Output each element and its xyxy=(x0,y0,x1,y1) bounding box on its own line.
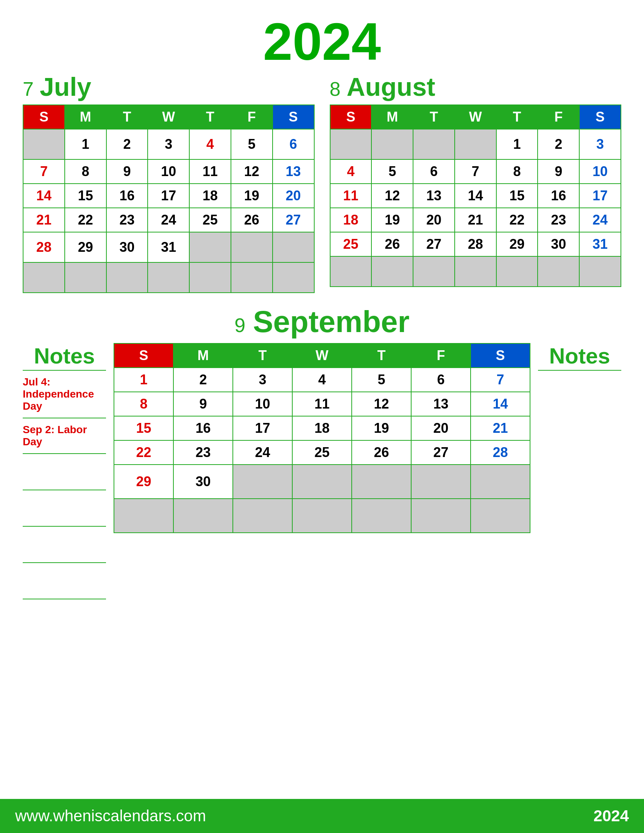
july-th-thu: T xyxy=(189,105,231,129)
sep-name: September xyxy=(253,304,409,339)
sep-th-thu: T xyxy=(352,343,411,368)
sep-header-row: S M T W T F S xyxy=(114,343,530,368)
notes-right-divider xyxy=(538,370,621,371)
july-th-fri: F xyxy=(231,105,273,129)
list-item: 23 xyxy=(106,208,148,232)
august-th-fri: F xyxy=(538,105,579,129)
list-item xyxy=(471,499,530,533)
table-row xyxy=(330,256,621,286)
list-item: 30 xyxy=(106,232,148,262)
september-section: 9 September Notes Jul 4: Independence Da… xyxy=(23,304,621,833)
notes-left-section: Notes Jul 4: Independence DaySep 2: Labo… xyxy=(23,343,114,833)
list-item: 4 xyxy=(330,159,372,183)
sep-grid: S M T W T F S 12345678910111213141516171… xyxy=(114,343,530,533)
list-item: 24 xyxy=(233,441,292,465)
notes-right-title: Notes xyxy=(538,343,621,368)
list-item: 19 xyxy=(371,208,413,232)
sep-th-fri: F xyxy=(411,343,471,368)
sep-th-sat: S xyxy=(471,343,530,368)
august-body: 1234567891011121314151617181920212223242… xyxy=(330,129,621,286)
list-item xyxy=(330,129,372,159)
table-row: 123456 xyxy=(23,129,314,159)
list-item xyxy=(231,232,273,262)
sep-th-wed: W xyxy=(292,343,352,368)
august-name: August xyxy=(347,72,435,101)
list-item: 10 xyxy=(148,159,189,183)
list-item xyxy=(65,262,106,293)
list-item: 24 xyxy=(579,208,621,232)
list-item: 3 xyxy=(233,368,292,392)
list-item: 15 xyxy=(65,183,106,208)
august-th-sat: S xyxy=(579,105,621,129)
list-item: 29 xyxy=(65,232,106,262)
note-item xyxy=(23,454,106,490)
list-item: 9 xyxy=(106,159,148,183)
list-item: 27 xyxy=(413,232,455,256)
list-item: 5 xyxy=(352,368,411,392)
table-row: 891011121314 xyxy=(114,392,530,416)
list-item xyxy=(538,256,579,286)
list-item: 13 xyxy=(411,392,471,416)
list-item xyxy=(189,232,231,262)
notes-left-items: Jul 4: Independence DaySep 2: Labor Day xyxy=(23,371,106,599)
list-item: 16 xyxy=(538,183,579,208)
list-item xyxy=(23,129,65,159)
note-item: Sep 2: Labor Day xyxy=(23,418,106,454)
list-item: 20 xyxy=(411,416,471,441)
list-item: 12 xyxy=(371,183,413,208)
list-item xyxy=(411,465,471,499)
list-item: 5 xyxy=(231,129,273,159)
july-name: July xyxy=(40,72,91,101)
list-item: 14 xyxy=(471,392,530,416)
list-item: 7 xyxy=(455,159,496,183)
august-th-sun: S xyxy=(330,105,372,129)
list-item: 6 xyxy=(273,129,314,159)
august-th-thu: T xyxy=(496,105,538,129)
list-item: 17 xyxy=(233,416,292,441)
list-item xyxy=(189,262,231,293)
list-item: 25 xyxy=(292,441,352,465)
table-row xyxy=(23,262,314,293)
table-row xyxy=(114,499,530,533)
table-row: 45678910 xyxy=(330,159,621,183)
list-item: 1 xyxy=(65,129,106,159)
list-item: 27 xyxy=(411,441,471,465)
july-num: 7 xyxy=(23,78,34,100)
list-item: 18 xyxy=(189,183,231,208)
august-header-row: S M T W T F S xyxy=(330,105,621,129)
sep-th-mon: M xyxy=(173,343,233,368)
table-row: 21222324252627 xyxy=(23,208,314,232)
sep-num: 9 xyxy=(234,314,245,337)
july-th-tue: T xyxy=(106,105,148,129)
list-item: 18 xyxy=(330,208,372,232)
list-item: 20 xyxy=(413,208,455,232)
list-item: 10 xyxy=(233,392,292,416)
list-item: 28 xyxy=(23,232,65,262)
top-calendars: 7 July S M T W T F S 1234567891011121 xyxy=(23,72,621,293)
list-item: 18 xyxy=(292,416,352,441)
list-item: 29 xyxy=(114,465,173,499)
list-item: 2 xyxy=(173,368,233,392)
august-th-mon: M xyxy=(371,105,413,129)
list-item: 6 xyxy=(411,368,471,392)
list-item: 26 xyxy=(352,441,411,465)
list-item: 22 xyxy=(65,208,106,232)
page: 2024 7 July S M T W T F S xyxy=(0,0,644,833)
july-header-row: S M T W T F S xyxy=(23,105,314,129)
list-item: 12 xyxy=(231,159,273,183)
table-row: 78910111213 xyxy=(23,159,314,183)
list-item: 4 xyxy=(292,368,352,392)
note-item xyxy=(23,563,106,599)
list-item: 7 xyxy=(471,368,530,392)
list-item xyxy=(233,499,292,533)
list-item: 12 xyxy=(352,392,411,416)
list-item: 6 xyxy=(413,159,455,183)
footer-year: 2024 xyxy=(594,807,629,825)
list-item: 17 xyxy=(148,183,189,208)
list-item: 20 xyxy=(273,183,314,208)
august-num: 8 xyxy=(330,78,341,100)
list-item: 21 xyxy=(23,208,65,232)
list-item: 22 xyxy=(496,208,538,232)
list-item xyxy=(273,262,314,293)
list-item xyxy=(233,465,292,499)
